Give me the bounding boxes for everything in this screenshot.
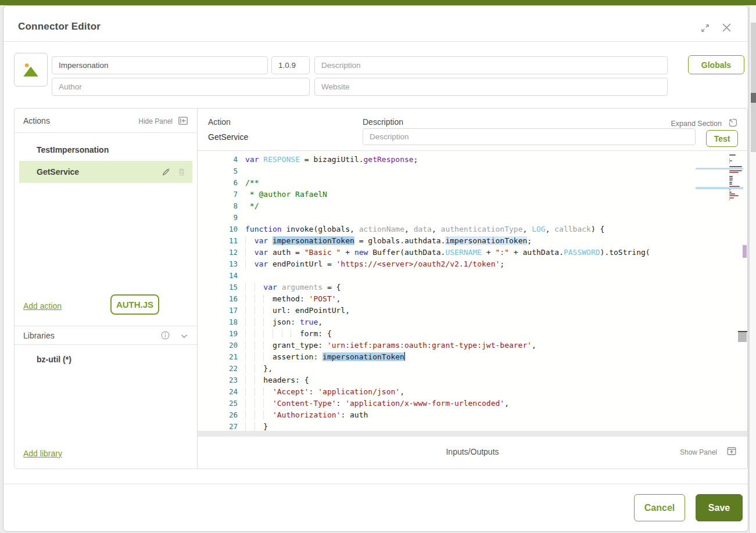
line-number: 9 [198,212,238,224]
line-number: 22 [198,363,238,374]
expand-dialog-icon[interactable] [700,23,711,34]
description-input[interactable] [314,56,668,74]
trash-icon[interactable] [177,167,187,177]
code-line: json: true, [245,316,728,328]
code-line: } [245,421,728,431]
test-button[interactable]: Test [706,130,738,147]
footer-divider [3,484,748,484]
save-button[interactable]: Save [696,494,743,521]
code-line: var impersonationToken = globals.authdat… [245,235,728,247]
minimap-line [729,170,742,171]
website-input[interactable] [314,78,668,96]
actions-list: TestImpersonationGetService [15,139,197,183]
action-description-input[interactable] [363,128,696,145]
connector-image-placeholder[interactable] [14,53,48,87]
add-library-link[interactable]: Add library [23,449,62,458]
line-number: 20 [198,340,238,351]
panel-resize-handle[interactable] [738,331,747,342]
action-editor-panel: Action GetService Description Expand Sec… [198,109,747,469]
connector-editor-dialog: Connector Editor Globals Actions Hide Pa… [3,5,748,532]
code-line: assertion: impersonationToken [245,351,728,363]
line-number: 23 [198,374,238,386]
minimap-line [729,176,733,177]
show-panel-icon[interactable] [726,446,737,456]
page-scrollbar-track[interactable] [751,103,756,152]
code-line: headers: { [245,374,728,386]
page-scrollbar-thumb[interactable] [751,93,756,103]
minimap-line [729,166,742,167]
expand-section-icon[interactable] [728,117,738,128]
code-line: form: { [245,328,728,340]
code-line [245,212,728,224]
code-line: /** [245,177,728,189]
actions-panel-header: Actions Hide Panel [15,109,197,133]
minimap[interactable] [729,154,743,201]
action-label: Action [208,117,231,127]
line-number: 24 [198,386,238,398]
info-icon[interactable] [160,330,170,340]
code-editor[interactable]: 4567891011121314151617181920212223242526… [198,151,747,431]
minimap-selection-stripe [696,168,743,170]
line-number: 14 [198,270,238,282]
code-content: var RESPONSE = bizagiUtil.getResponse; /… [245,154,728,431]
action-item-label: TestImpersonation [19,145,192,154]
line-number: 15 [198,282,238,293]
page-scrollbar[interactable] [749,5,756,533]
version-input[interactable] [271,56,310,74]
line-number: 26 [198,409,238,421]
author-input[interactable] [52,78,310,96]
hide-panel-icon[interactable] [178,116,188,126]
window-top-accent-bar [0,0,756,5]
minimap-line [729,182,732,183]
minimap-line [729,160,732,161]
minimap-line [729,199,730,200]
cancel-button[interactable]: Cancel [634,494,685,521]
code-line: 'Accept': 'application/json', [245,386,728,398]
minimap-line [729,159,730,160]
minimap-line [729,178,733,179]
editor-scrollbar[interactable] [743,151,747,431]
inputs-outputs-label[interactable]: Inputs/Outputs [198,447,747,456]
action-description-label: Description [363,117,403,127]
inputs-outputs-bar[interactable]: Inputs/Outputs Show Panel [198,431,747,469]
action-editor-header: Action GetService Description Expand Sec… [198,109,747,151]
dialog-title: Connector Editor [18,21,101,33]
image-icon [22,60,40,79]
action-item[interactable]: GetService [19,161,192,183]
code-line: url: endPointUrl, [245,305,728,316]
pencil-icon[interactable] [161,167,171,177]
add-action-link[interactable]: Add action [23,301,62,311]
action-item[interactable]: TestImpersonation [19,139,192,161]
actions-panel-title: Actions [23,116,50,125]
connector-name-input[interactable] [52,56,268,74]
line-number: 16 [198,293,238,305]
code-line: var RESPONSE = bizagiUtil.getResponse; [245,154,728,165]
code-line: * @author RafaelN [245,189,728,200]
library-item[interactable]: bz-util (*) [15,355,197,364]
line-number: 6 [198,177,238,189]
close-icon[interactable] [722,23,732,33]
line-number: 12 [198,247,238,258]
auth-js-button[interactable]: AUTH.JS [110,294,159,315]
minimap-line [729,154,736,156]
page-scrollbar-track[interactable] [751,23,756,93]
code-line: */ [245,200,728,212]
show-panel-label[interactable]: Show Panel [680,448,717,456]
expand-section-label[interactable]: Expand Section [671,120,722,128]
minimap-line [729,192,732,193]
line-number: 21 [198,351,238,363]
hide-panel-label[interactable]: Hide Panel [138,117,173,125]
libraries-title: Libraries [23,331,55,340]
libraries-header: Libraries [15,326,197,345]
chevron-down-icon[interactable] [180,332,189,341]
minimap-line [729,195,739,196]
resize-handle-grip[interactable] [738,332,747,342]
code-line: grant_type: 'urn:ietf:params:oauth:grant… [245,340,728,351]
editor-scrollbar-thumb[interactable] [743,245,747,258]
globals-button[interactable]: Globals [688,55,744,74]
code-line: function invoke(globals, actionName, dat… [245,224,728,235]
code-line [245,270,728,282]
minimap-line [729,162,730,163]
code-line: var auth = "Basic " + new Buffer(authDat… [245,247,728,258]
minimap-line [729,193,735,195]
